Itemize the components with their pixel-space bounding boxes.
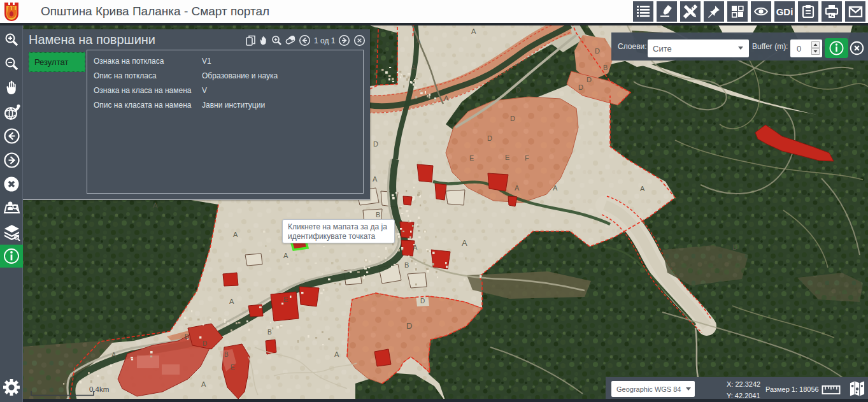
svg-text:A: A <box>153 201 158 209</box>
svg-text:A: A <box>201 380 206 388</box>
svg-text:F: F <box>525 154 529 162</box>
svg-text:D: D <box>595 47 600 55</box>
svg-text:D: D <box>510 115 515 122</box>
svg-text:E: E <box>469 154 474 162</box>
svg-text:D: D <box>420 298 425 305</box>
svg-text:B: B <box>267 329 272 336</box>
svg-text:A: A <box>229 298 234 305</box>
svg-text:A: A <box>444 94 449 102</box>
svg-text:A: A <box>640 185 645 192</box>
svg-text:B: B <box>376 211 380 219</box>
svg-text:A: A <box>553 184 558 192</box>
svg-text:A: A <box>283 252 288 259</box>
svg-text:A: A <box>413 243 418 251</box>
svg-text:B: B <box>224 351 229 358</box>
svg-text:D: D <box>732 243 737 251</box>
svg-text:A: A <box>416 37 421 45</box>
svg-text:E: E <box>231 364 235 371</box>
svg-text:E: E <box>505 154 509 161</box>
svg-text:B: B <box>603 64 608 71</box>
svg-text:D: D <box>373 140 378 148</box>
svg-text:B: B <box>404 261 409 269</box>
svg-text:D: D <box>516 86 521 94</box>
svg-text:E: E <box>283 296 288 303</box>
svg-text:A: A <box>462 238 467 248</box>
svg-text:D: D <box>203 340 207 347</box>
svg-text:D: D <box>587 76 592 83</box>
svg-text:A: A <box>233 231 238 238</box>
svg-text:D: D <box>578 83 583 91</box>
svg-text:A: A <box>515 184 520 192</box>
svg-text:A: A <box>111 351 117 359</box>
svg-text:A: A <box>471 27 476 35</box>
svg-text:A: A <box>373 175 378 183</box>
svg-text:B: B <box>185 333 189 340</box>
svg-text:A: A <box>334 350 339 358</box>
svg-text:D: D <box>406 321 412 331</box>
svg-text:A: A <box>411 64 416 71</box>
svg-text:D: D <box>487 134 492 142</box>
